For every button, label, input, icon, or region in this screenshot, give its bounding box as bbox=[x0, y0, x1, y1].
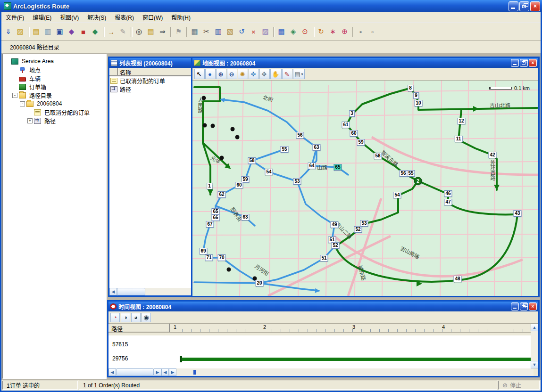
tree-item-unassigned-orders[interactable]: 已取消分配的订单 bbox=[3, 108, 106, 116]
order-dot[interactable] bbox=[235, 135, 240, 139]
stop-marker[interactable]: 54 bbox=[265, 169, 273, 175]
stop-marker[interactable]: 52 bbox=[331, 242, 339, 249]
edit-button[interactable]: ✎ bbox=[117, 26, 129, 38]
tree-item-20060804[interactable]: - 20060804 bbox=[3, 99, 106, 108]
new-order-button[interactable]: ▤ bbox=[30, 26, 42, 38]
menu-item[interactable]: 报表(R) bbox=[110, 12, 138, 22]
order-dot[interactable] bbox=[202, 96, 206, 100]
pane-prev-button[interactable]: ◀ bbox=[161, 368, 169, 376]
restore-button[interactable] bbox=[519, 1, 529, 11]
clock-hour-button[interactable]: ◕ bbox=[131, 313, 141, 322]
toolbar-separator[interactable] bbox=[271, 26, 275, 38]
tree-expander[interactable]: - bbox=[12, 93, 17, 98]
route-column-header[interactable]: 路径 bbox=[108, 324, 170, 332]
delete-button[interactable]: × bbox=[248, 26, 259, 38]
stop-marker[interactable]: 66 bbox=[211, 214, 219, 221]
tree-expander[interactable]: + bbox=[27, 118, 33, 123]
tree-item-routes[interactable]: + 路径 bbox=[3, 116, 106, 125]
toolbar-separator[interactable] bbox=[350, 26, 355, 38]
stop-marker[interactable]: 20 bbox=[255, 280, 263, 286]
save-button[interactable]: ▣ bbox=[54, 26, 66, 38]
time-vertical-scrollbar[interactable]: ▲ ▼ bbox=[531, 324, 538, 368]
import-orders-button[interactable]: ⇓ bbox=[2, 26, 14, 38]
scroll-left-arrow[interactable]: ◀ bbox=[108, 368, 116, 376]
stop-marker[interactable]: 64 bbox=[308, 163, 316, 169]
toolbar-separator[interactable] bbox=[311, 26, 315, 38]
flag-button[interactable]: ⚑ bbox=[173, 26, 184, 38]
stop-marker[interactable]: 51 bbox=[320, 255, 328, 261]
lock-button[interactable]: ▪ bbox=[355, 26, 367, 38]
locations-button[interactable]: ◆ bbox=[66, 26, 77, 38]
stop-marker[interactable]: 53 bbox=[360, 220, 368, 227]
clock-24h-button[interactable]: ◉ bbox=[142, 313, 151, 322]
stop-marker[interactable]: 59 bbox=[357, 139, 365, 146]
stop-marker[interactable]: 56 bbox=[296, 132, 304, 139]
tree-item-locations[interactable]: 地点 bbox=[3, 65, 106, 74]
full-extent-tool[interactable]: ✥ bbox=[259, 69, 270, 79]
zoom-out-tool[interactable]: ⊖ bbox=[227, 69, 237, 79]
map-canvas[interactable]: 北街吉山北路人民路智溪东路外环西路山路光华颐养街吉山二路吉山南路城东路月河街 8… bbox=[192, 81, 538, 296]
stop-marker[interactable]: 69 bbox=[199, 248, 207, 254]
stop-marker[interactable]: 8 bbox=[408, 85, 413, 91]
copy-button[interactable]: ▥ bbox=[212, 26, 224, 38]
orders-list-button[interactable]: ▤ bbox=[145, 26, 157, 38]
toolbar-separator[interactable] bbox=[129, 26, 133, 38]
print-tool[interactable]: ▤▾ bbox=[293, 69, 304, 79]
tree-expander[interactable]: - bbox=[20, 101, 25, 106]
stop-marker[interactable]: 71 bbox=[205, 254, 213, 261]
stop-marker[interactable]: 63 bbox=[241, 214, 249, 220]
stop-marker[interactable]: 65 bbox=[211, 208, 219, 215]
find-button[interactable]: ◎ bbox=[133, 26, 145, 38]
menu-item[interactable]: 编辑(E) bbox=[28, 12, 56, 22]
scroll-left-arrow[interactable]: ◀ bbox=[109, 288, 117, 295]
build-button[interactable]: ▫ bbox=[367, 26, 378, 38]
close-button[interactable]: × bbox=[530, 1, 540, 11]
stop-marker[interactable]: 52 bbox=[354, 226, 362, 233]
order-dot[interactable] bbox=[203, 123, 207, 128]
stop-marker[interactable]: 12 bbox=[457, 118, 465, 124]
menu-item[interactable]: 帮助(H) bbox=[167, 12, 195, 22]
toolbar-separator[interactable] bbox=[26, 26, 30, 38]
select-tool[interactable]: ↖ bbox=[194, 69, 205, 79]
cut-button[interactable]: ✂ bbox=[200, 26, 212, 38]
stop-marker[interactable]: 9 bbox=[413, 92, 419, 99]
stop-marker[interactable]: 55 bbox=[407, 170, 415, 177]
stop-marker[interactable]: 58 bbox=[374, 153, 382, 159]
time-maximize-button[interactable] bbox=[520, 302, 528, 310]
routes-list-button[interactable]: ⇒ bbox=[157, 26, 168, 38]
column-header-name[interactable]: 名称 bbox=[118, 68, 193, 76]
stop-marker[interactable]: 62 bbox=[217, 191, 225, 198]
scroll-down-arrow[interactable]: ▼ bbox=[531, 361, 538, 368]
stop-marker[interactable]: 60 bbox=[235, 182, 243, 188]
route-id-label[interactable]: 57615 bbox=[112, 341, 128, 348]
toolbar-separator[interactable] bbox=[168, 26, 173, 38]
draw-tool[interactable]: ✎ bbox=[282, 69, 292, 79]
stop-marker[interactable]: 61 bbox=[342, 122, 350, 128]
undo-button[interactable]: ↺ bbox=[236, 26, 248, 38]
tree-item-service-area[interactable]: Service Area bbox=[3, 57, 106, 65]
map-view-titlebar[interactable]: 地图视图 : 20060804 × bbox=[192, 58, 538, 68]
gantt-area[interactable]: 57615 29756 bbox=[108, 335, 531, 368]
stop-marker[interactable]: 54 bbox=[393, 192, 401, 198]
globe-tool[interactable]: ● bbox=[205, 69, 216, 79]
order-dot[interactable] bbox=[220, 156, 224, 160]
gantt-bar[interactable] bbox=[182, 358, 531, 361]
minimize-button[interactable] bbox=[509, 1, 518, 11]
scroll-right-arrow[interactable]: ▶ bbox=[154, 368, 161, 376]
toolbar-separator[interactable] bbox=[184, 26, 189, 38]
time-view-button[interactable]: ⊙ bbox=[299, 26, 311, 38]
solve-button[interactable]: ↻ bbox=[315, 26, 327, 38]
scroll-up-arrow[interactable]: ▲ bbox=[531, 324, 538, 331]
assign-orders-button[interactable]: → bbox=[105, 26, 117, 38]
stop-marker[interactable]: 55 bbox=[280, 146, 288, 153]
stop-marker[interactable]: 70 bbox=[217, 254, 225, 261]
order-dot[interactable] bbox=[231, 127, 235, 131]
stop-marker[interactable]: 60 bbox=[350, 130, 358, 137]
route-id-label[interactable]: 29756 bbox=[112, 355, 128, 362]
paste-button[interactable]: ▧ bbox=[224, 26, 236, 38]
pie-clock-button[interactable]: ◔ bbox=[110, 313, 120, 322]
pane-next-button[interactable]: ▶ bbox=[169, 368, 176, 376]
previous-extent-tool[interactable]: ✜ bbox=[249, 69, 259, 79]
stop-marker[interactable]: 2 bbox=[414, 177, 422, 185]
menu-item[interactable]: 窗口(W) bbox=[138, 12, 167, 22]
